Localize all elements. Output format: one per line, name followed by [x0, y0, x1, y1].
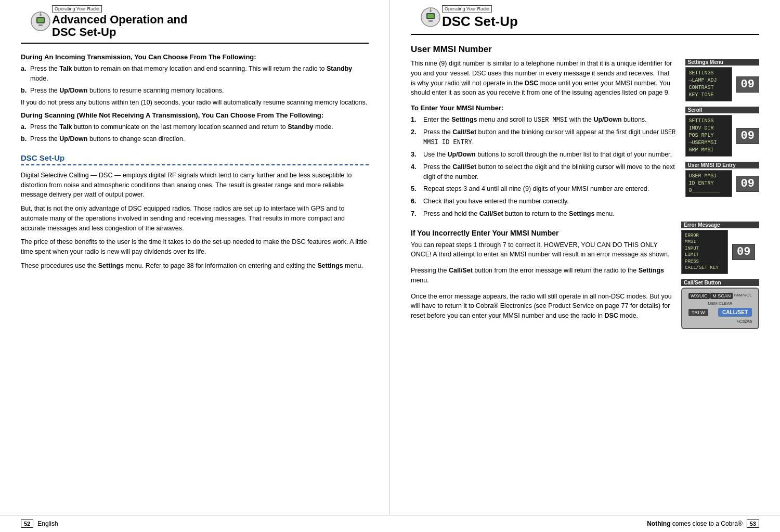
svg-point-10 [430, 10, 432, 12]
step-num-4: 4. [411, 162, 416, 172]
step-2: 2. Press the Call/Set button and the bli… [411, 127, 759, 147]
step-5: 5. Repeat steps 3 and 4 until all nine (… [411, 184, 759, 194]
scanning-item-b: b. Press the Up/Down buttons to change s… [21, 134, 369, 144]
operating-label-right: Operating Your Radio [442, 5, 492, 12]
step-7: 7. Press and hold the Call/Set button to… [411, 209, 759, 219]
settings-menu-device: Settings Menu SETTINGS →LAMP ADJ CONTRAS… [685, 59, 759, 101]
scanning-label-a: a. [21, 122, 26, 132]
error-screen: ERROR MMSI INPUT LIMIT PRESS CALL/SET KE… [681, 230, 728, 275]
footer-nothing: Nothing [647, 520, 670, 527]
radio-icon-right [419, 6, 442, 29]
step-6: 6. Check that you have entered the numbe… [411, 197, 759, 206]
svg-rect-9 [428, 20, 433, 22]
footer-right: Nothing comes close to a Cobra® 53 [647, 520, 759, 528]
error-digits: 09 [732, 244, 755, 260]
incoming-item-a: a. Press the Talk button to remain on th… [21, 64, 369, 84]
svg-rect-3 [38, 24, 43, 26]
scanning-heading: During Scanning (While Not Receiving A T… [21, 111, 369, 119]
step-1: 1. Enter the Settings menu and scroll to… [411, 115, 759, 125]
footer-right-text: Nothing comes close to a Cobra® [647, 520, 743, 527]
footer-english: English [37, 520, 58, 527]
right-header-title: DSC Set-Up [442, 14, 518, 30]
radio-icon [29, 10, 52, 33]
incoming-item-b: b. Press the Up/Down buttons to resume s… [21, 86, 369, 96]
step-num-3: 3. [411, 150, 416, 160]
settings-menu-screen: SETTINGS →LAMP ADJ CONTRAST KEY TONE [685, 67, 732, 101]
operating-label-left: Operating Your Radio [52, 5, 102, 12]
dsc-para3: The price of these benefits to the user … [21, 237, 369, 257]
left-title-line1: Advanced Operation and [52, 13, 187, 26]
step-num-1: 1. [411, 115, 416, 125]
incoming-label-b: b. [21, 86, 27, 96]
footer-left: 52 English [21, 520, 58, 528]
step-num-5: 5. [411, 184, 416, 194]
footer-cobra-text: comes close to a Cobra® [671, 520, 743, 527]
error-device: Error Message ERROR MMSI INPUT LIMIT PRE… [681, 222, 759, 275]
step-4: 4. Press the Call/Set button to select t… [411, 162, 759, 182]
step-num-7: 7. [411, 209, 416, 219]
incoming-note: If you do not press any buttons within t… [21, 98, 369, 108]
dsc-para1: Digital Selective Calling — DSC — employ… [21, 171, 369, 200]
svg-rect-2 [37, 18, 44, 22]
dsc-section-title: DSC Set-Up [21, 153, 369, 165]
incoming-heading: During An Incoming Transmission, You Can… [21, 53, 369, 61]
right-page-num: 53 [747, 520, 759, 528]
mmsi-title: User MMSI Number [411, 44, 759, 55]
svg-rect-8 [427, 14, 434, 18]
callset-device: Call/Set Button WX/UIC M SCAN PAM/VOL ME… [681, 279, 759, 329]
footer: 52 English Nothing comes close to a Cobr… [0, 515, 780, 532]
left-title-line2: DSC Set-Up [52, 25, 116, 38]
step-num-2: 2. [411, 127, 416, 137]
svg-point-4 [40, 14, 42, 16]
left-header-title: Advanced Operation and DSC Set-Up [52, 14, 187, 38]
incoming-label-a: a. [21, 64, 26, 74]
step-num-6: 6. [411, 197, 416, 206]
dsc-para2: But, that is not the only advantage of D… [21, 204, 369, 233]
dsc-para4: These procedures use the Settings menu. … [21, 261, 369, 271]
left-page-num: 52 [21, 520, 33, 528]
scanning-label-b: b. [21, 134, 27, 144]
settings-menu-label: Settings Menu [685, 59, 759, 66]
scanning-item-a: a. Press the Talk button to communicate … [21, 122, 369, 132]
callset-label: Call/Set Button [681, 279, 759, 286]
error-label: Error Message [681, 222, 759, 228]
settings-menu-digits: 09 [736, 76, 759, 93]
step-3: 3. Use the Up/Down buttons to scroll thr… [411, 150, 759, 160]
scroll-label: Scroll [685, 107, 759, 113]
